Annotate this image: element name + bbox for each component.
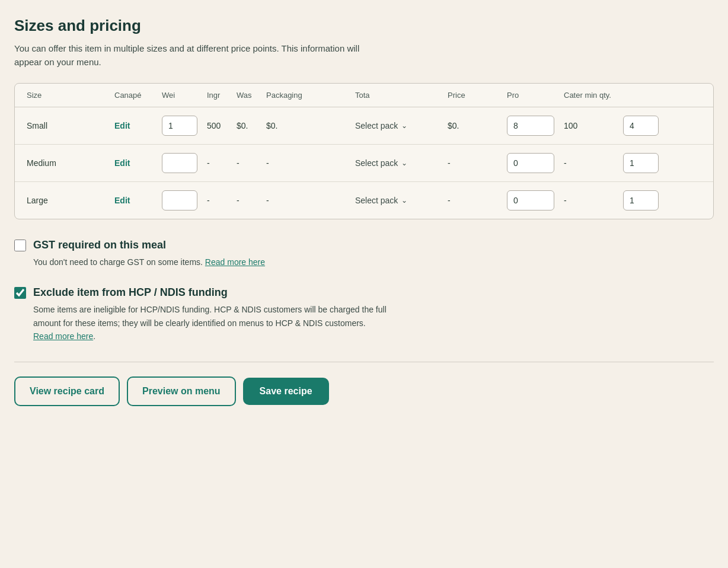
cell-weight-0: 500: [202, 107, 232, 145]
hcp-description: Some items are ineligible for HCP/NDIS f…: [33, 303, 401, 343]
cell-total-2: -: [443, 182, 502, 219]
hcp-read-more-link[interactable]: Read more here: [33, 331, 93, 341]
canape-input-2[interactable]: [162, 190, 197, 210]
edit-link-2[interactable]: Edit: [114, 196, 130, 205]
gst-label[interactable]: GST required on this meal: [33, 238, 166, 252]
cell-packaging-0[interactable]: Select pack ⌄: [350, 107, 443, 145]
page-title: Sizes and pricing: [14, 17, 714, 35]
cater-min-qty-input-2[interactable]: [623, 190, 659, 210]
hcp-checkbox[interactable]: [14, 287, 26, 299]
cell-ingredients-2: -: [232, 182, 261, 219]
chevron-down-icon-1[interactable]: ⌄: [401, 159, 407, 167]
cell-packaging-1[interactable]: Select pack ⌄: [350, 145, 443, 182]
canape-input-0[interactable]: [162, 116, 197, 136]
col-header-weight: Wei: [157, 84, 202, 107]
cell-size-2: Large: [15, 182, 110, 219]
price-input-2[interactable]: [507, 190, 554, 210]
chevron-down-icon-0[interactable]: ⌄: [401, 122, 407, 130]
table-row: Small Edit 500 $0. $0. Select pack ⌄ $0.…: [15, 107, 713, 145]
cell-ingredients-0: $0.: [232, 107, 261, 145]
cell-price-0[interactable]: [502, 107, 559, 145]
hcp-read-more-suffix: .: [93, 331, 95, 341]
cell-canape-2[interactable]: [157, 182, 202, 219]
col-header-total: Tota: [350, 84, 443, 107]
price-input-1[interactable]: [507, 153, 554, 173]
select-pack-label-2: Select pack: [355, 196, 398, 205]
table-header-row: Size Canapé Wei Ingr Was Packaging Tota …: [15, 84, 713, 107]
col-header-cater-min-qty: Cater min qty.: [559, 84, 618, 107]
cell-cater-min-qty-0[interactable]: [618, 107, 713, 145]
cell-size-0: Small: [15, 107, 110, 145]
cell-edit-0[interactable]: Edit: [110, 107, 157, 145]
col-header-waste: Was: [232, 84, 261, 107]
cell-packaging-2[interactable]: Select pack ⌄: [350, 182, 443, 219]
cell-waste-1: -: [261, 145, 350, 182]
table-row: Medium Edit - - - Select pack ⌄ - -: [15, 145, 713, 182]
cell-edit-1[interactable]: Edit: [110, 145, 157, 182]
cell-profit-2: -: [559, 182, 618, 219]
save-recipe-button[interactable]: Save recipe: [243, 378, 329, 405]
cell-weight-1: -: [202, 145, 232, 182]
cell-cater-min-qty-2[interactable]: [618, 182, 713, 219]
gst-section: GST required on this meal You don't need…: [14, 238, 714, 269]
cell-weight-2: -: [202, 182, 232, 219]
cell-price-1[interactable]: [502, 145, 559, 182]
col-header-packaging: Packaging: [261, 84, 350, 107]
gst-checkbox[interactable]: [14, 240, 26, 251]
page-description: You can offer this item in multiple size…: [14, 42, 370, 69]
cell-profit-0: 100: [559, 107, 618, 145]
col-header-canape: Canapé: [110, 84, 157, 107]
cell-total-1: -: [443, 145, 502, 182]
edit-link-0[interactable]: Edit: [114, 121, 130, 130]
cell-price-2[interactable]: [502, 182, 559, 219]
view-recipe-card-button[interactable]: View recipe card: [14, 376, 120, 406]
col-header-profit: Pro: [502, 84, 559, 107]
hcp-label[interactable]: Exclude item from HCP / NDIS funding: [33, 286, 228, 299]
cell-canape-1[interactable]: [157, 145, 202, 182]
sizes-pricing-table: Size Canapé Wei Ingr Was Packaging Tota …: [14, 83, 714, 219]
cell-waste-0: $0.: [261, 107, 350, 145]
cell-profit-1: -: [559, 145, 618, 182]
gst-read-more-link[interactable]: Read more here: [205, 257, 265, 267]
gst-description: You don't need to charge GST on some ite…: [33, 256, 401, 269]
cater-min-qty-input-0[interactable]: [623, 116, 659, 136]
hcp-section: Exclude item from HCP / NDIS funding Som…: [14, 286, 714, 343]
cell-ingredients-1: -: [232, 145, 261, 182]
cater-min-qty-input-1[interactable]: [623, 153, 659, 173]
footer-divider: [14, 362, 714, 362]
cell-size-1: Medium: [15, 145, 110, 182]
col-header-size: Size: [15, 84, 110, 107]
select-pack-label-1: Select pack: [355, 158, 398, 168]
cell-cater-min-qty-1[interactable]: [618, 145, 713, 182]
footer-actions: View recipe card Preview on menu Save re…: [14, 376, 714, 406]
col-header-ingredients: Ingr: [202, 84, 232, 107]
col-header-price: Price: [443, 84, 502, 107]
cell-waste-2: -: [261, 182, 350, 219]
select-pack-label-0: Select pack: [355, 121, 398, 130]
cell-edit-2[interactable]: Edit: [110, 182, 157, 219]
canape-input-1[interactable]: [162, 153, 197, 173]
chevron-down-icon-2[interactable]: ⌄: [401, 196, 407, 205]
cell-canape-0[interactable]: [157, 107, 202, 145]
preview-on-menu-button[interactable]: Preview on menu: [127, 376, 236, 406]
table-row: Large Edit - - - Select pack ⌄ - -: [15, 182, 713, 219]
cell-total-0: $0.: [443, 107, 502, 145]
price-input-0[interactable]: [507, 116, 554, 136]
edit-link-1[interactable]: Edit: [114, 158, 130, 168]
